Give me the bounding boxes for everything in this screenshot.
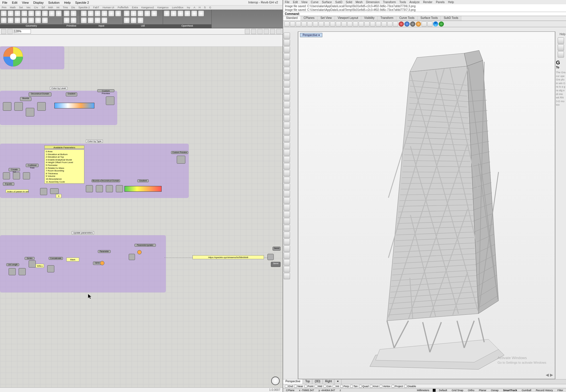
util-icon[interactable]	[130, 10, 137, 17]
rh-perspective-viewport[interactable]: Perspective ▾	[298, 31, 555, 379]
canvas-group[interactable]	[0, 46, 64, 69]
undo-icon[interactable]	[324, 21, 329, 27]
opennest-icon[interactable]	[164, 10, 170, 17]
input-icon[interactable]	[108, 10, 114, 17]
osnap-project[interactable]: Project	[392, 385, 403, 388]
view-toggle-icon[interactable]	[245, 29, 250, 34]
opennest-icon[interactable]	[170, 10, 177, 17]
circle-icon[interactable]	[284, 88, 290, 94]
input-icon[interactable]	[81, 17, 87, 23]
osnap-knot[interactable]: Knot	[370, 385, 379, 388]
viewport-nav-icon[interactable]: ◀ ▶	[546, 373, 553, 377]
speckle-send-node[interactable]	[267, 254, 274, 260]
osnap-perp[interactable]: Perp	[340, 385, 349, 388]
panel-stream-url[interactable]: https://speckle.xyz/streams/0cf58b08d8	[192, 255, 264, 259]
zoom-icon[interactable]	[336, 21, 341, 27]
rh-menu-mesh[interactable]: Mesh	[354, 1, 364, 4]
node-equals[interactable]: Equals	[3, 182, 14, 186]
status-ortho[interactable]: Ortho	[467, 389, 476, 392]
osnap-mid[interactable]: Mid	[315, 385, 322, 388]
gh-menu-file[interactable]: File	[0, 1, 10, 4]
util-icon[interactable]	[124, 17, 130, 23]
rh-vtab-top[interactable]: Top	[303, 379, 312, 384]
rh-vtab-3d[interactable]: {3D}	[312, 379, 323, 384]
geometry-icon[interactable]	[14, 17, 21, 23]
status-gumball[interactable]: Gumball	[521, 389, 533, 392]
node-concatenate[interactable]: Concatenate	[49, 257, 63, 260]
loft-icon[interactable]	[284, 136, 290, 142]
rh-tab-curve-tools[interactable]: Curve Tools	[396, 16, 418, 21]
warning-icon[interactable]	[137, 250, 142, 254]
gh-menu-edit[interactable]: Edit	[10, 1, 20, 4]
geometry-icon[interactable]	[21, 10, 27, 17]
component-node[interactable]	[86, 185, 93, 192]
mirror-icon[interactable]	[284, 177, 290, 183]
gh-tab-msh[interactable]: Msh	[47, 6, 55, 9]
component-node[interactable]	[40, 188, 47, 195]
osnap-near[interactable]: Near	[294, 385, 303, 388]
gh-tab-set[interactable]: Set	[17, 6, 25, 9]
check-icon[interactable]	[284, 259, 290, 266]
lasso-icon[interactable]	[284, 39, 290, 46]
input-icon[interactable]	[88, 10, 94, 17]
rh-menu-subd[interactable]: SubD	[333, 1, 344, 4]
material-icon[interactable]	[284, 273, 290, 279]
rh-help-panel[interactable]: Help G To The Gra cor ope Gra plu in win…	[555, 31, 566, 379]
geometry-icon[interactable]	[28, 17, 34, 23]
select-icon[interactable]	[284, 33, 290, 39]
geometry-icon[interactable]	[42, 10, 48, 17]
geometry-icon[interactable]	[1, 17, 7, 23]
box-icon[interactable]	[284, 115, 290, 121]
input-icon[interactable]	[81, 10, 87, 17]
node-deconstruct-domain[interactable]: Deconstruct Domain	[29, 92, 51, 96]
preview-node[interactable]	[106, 96, 114, 105]
copy-icon[interactable]	[313, 21, 318, 27]
status-gridsnap[interactable]: Grid Snap	[450, 389, 464, 392]
grasshopper-icon[interactable]	[433, 21, 438, 27]
status-osnap[interactable]: Osnap	[490, 389, 500, 392]
fillet-icon[interactable]	[284, 218, 290, 224]
shade-icon[interactable]	[410, 21, 415, 27]
mesh-icon[interactable]	[270, 29, 275, 34]
node-parameter-updater[interactable]: ParameterUpdater	[134, 244, 156, 247]
gh-tab-dis[interactable]: Dis	[69, 6, 77, 9]
polygon-icon[interactable]	[284, 81, 290, 87]
gh-menu-view[interactable]: View	[20, 1, 31, 4]
input-icon[interactable]	[94, 17, 101, 23]
osnap-quad[interactable]: Quad	[359, 385, 369, 388]
rotate-icon[interactable]	[284, 163, 290, 169]
open-file-icon[interactable]	[1, 29, 6, 34]
panel-tab-icon[interactable]	[558, 44, 564, 51]
gh-tab-vec[interactable]: Vec	[25, 6, 32, 9]
new-file-icon[interactable]	[284, 21, 289, 27]
util-icon[interactable]	[124, 10, 130, 17]
rh-menu-help[interactable]: Help	[446, 1, 456, 4]
util-icon[interactable]	[151, 10, 157, 17]
join-icon[interactable]	[284, 204, 290, 211]
layers-icon[interactable]	[364, 21, 370, 27]
input-icon[interactable]	[101, 10, 108, 17]
move-icon[interactable]	[284, 156, 290, 163]
osnap-end[interactable]: End	[285, 385, 293, 388]
gh-tab-prm[interactable]: Prm	[0, 6, 8, 9]
component-node[interactable]	[129, 254, 135, 260]
rh-vtab-perspective[interactable]: Perspective	[283, 379, 303, 384]
util-icon[interactable]	[137, 17, 144, 23]
primitive-icon[interactable]	[70, 17, 77, 23]
geometry-icon[interactable]	[35, 17, 41, 23]
analyze-icon[interactable]	[284, 252, 290, 259]
rh-menu-analyze[interactable]: Analyze	[408, 1, 422, 4]
properties-icon[interactable]	[393, 21, 398, 27]
primitive-icon[interactable]	[63, 10, 70, 17]
node-deconstruct-domain[interactable]: Deconstruct Domain	[100, 179, 120, 182]
unlock-icon[interactable]	[387, 21, 392, 27]
node-bounds[interactable]: Bounds	[20, 97, 31, 101]
dimension-icon[interactable]	[284, 246, 290, 252]
gh-tab-pufferfish[interactable]: Pufferfish	[116, 6, 130, 9]
rh-menu-render[interactable]: Render	[421, 1, 434, 4]
rh-menu-view[interactable]: View	[299, 1, 309, 4]
util-icon[interactable]	[137, 10, 144, 17]
ellipse-icon[interactable]	[284, 108, 290, 114]
lock-icon[interactable]	[382, 21, 387, 27]
rh-menu-curve[interactable]: Curve	[309, 1, 320, 4]
